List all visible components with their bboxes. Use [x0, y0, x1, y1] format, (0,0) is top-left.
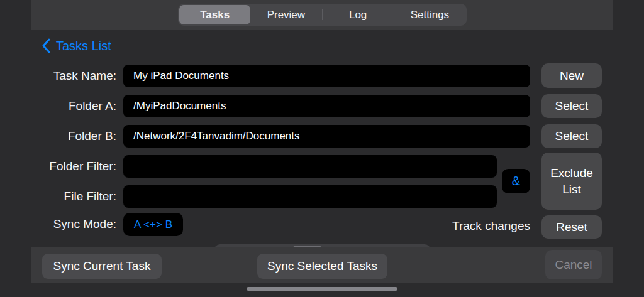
- select-folder-a-button[interactable]: Select: [541, 94, 602, 118]
- sync-current-task-button[interactable]: Sync Current Task: [42, 254, 162, 279]
- file-filter-label: File Filter:: [0, 185, 116, 208]
- folder-filter-input[interactable]: [123, 155, 497, 178]
- file-filter-input[interactable]: [123, 185, 497, 208]
- filter-join-and-button[interactable]: &: [502, 169, 530, 193]
- tab-settings[interactable]: Settings: [394, 5, 465, 24]
- tab-log[interactable]: Log: [323, 5, 394, 24]
- select-folder-b-button[interactable]: Select: [541, 124, 602, 148]
- folder-a-input[interactable]: [123, 95, 530, 117]
- new-task-button[interactable]: New: [541, 63, 602, 88]
- chevron-left-icon: [42, 38, 50, 53]
- folder-a-label: Folder A:: [0, 95, 116, 117]
- exclude-list-button[interactable]: Exclude List: [541, 153, 602, 210]
- cancel-button[interactable]: Cancel: [545, 250, 602, 279]
- sync-selected-tasks-button[interactable]: Sync Selected Tasks: [257, 254, 387, 279]
- folder-filter-label: Folder Filter:: [0, 155, 116, 178]
- folder-b-input[interactable]: [123, 125, 530, 148]
- top-toolbar: Tasks Preview Log Settings: [31, 0, 613, 30]
- reset-button[interactable]: Reset: [541, 215, 602, 239]
- tab-tasks[interactable]: Tasks: [179, 5, 250, 24]
- app-screen: Tasks Preview Log Settings Tasks List Ta…: [0, 0, 644, 297]
- back-button-label: Tasks List: [56, 39, 111, 53]
- tab-preview[interactable]: Preview: [250, 5, 321, 24]
- back-to-tasks-list-button[interactable]: Tasks List: [42, 38, 111, 53]
- folder-b-label: Folder B:: [0, 125, 116, 148]
- task-name-label: Task Name:: [0, 65, 116, 87]
- track-changes-label[interactable]: Track changes: [352, 219, 530, 233]
- sync-mode-button[interactable]: A <+> B: [123, 213, 183, 236]
- main-tab-bar: Tasks Preview Log Settings: [178, 4, 467, 26]
- sync-mode-label: Sync Mode:: [0, 213, 116, 235]
- home-indicator[interactable]: [247, 287, 397, 291]
- bottom-toolbar: Sync Current Task Sync Selected Tasks Ca…: [31, 247, 613, 283]
- task-name-input[interactable]: [123, 65, 530, 87]
